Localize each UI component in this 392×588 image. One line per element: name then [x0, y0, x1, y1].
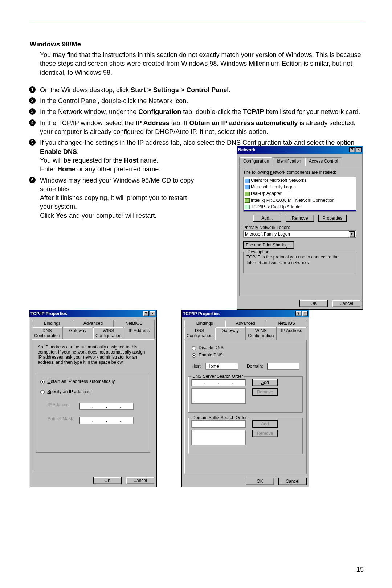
radio-icon	[192, 346, 196, 350]
radio-icon	[192, 353, 196, 358]
step-6: Windows may need your Windows 98/Me CD t…	[29, 176, 363, 220]
tab-ip-address[interactable]: IP Address	[276, 327, 307, 340]
add-button[interactable]: Add	[252, 379, 278, 386]
close-icon[interactable]: ×	[356, 147, 362, 152]
tab-advanced[interactable]: Advanced	[73, 320, 114, 327]
subnet-mask-label: Subnet Mask:	[48, 416, 78, 421]
help-icon[interactable]: ?	[295, 311, 301, 316]
add-button: Add	[252, 420, 278, 428]
tab-bindings[interactable]: Bindings	[32, 320, 73, 327]
description-legend: Description	[246, 249, 270, 255]
tcpip1-titlebar: TCP/IP Properties ? ×	[29, 310, 156, 317]
step-3: In the Network window, under the Configu…	[29, 107, 363, 116]
radio-icon	[40, 390, 45, 394]
subnet-mask-field: ...	[79, 417, 134, 424]
radio-icon	[40, 380, 45, 384]
cancel-button[interactable]: Cancel	[126, 477, 154, 484]
radio-enable-dns[interactable]: Enable DNS	[188, 352, 303, 358]
step-5: If you changed the settings in the IP ad…	[29, 138, 363, 173]
remove-button: Remove	[252, 388, 278, 396]
tab-dns-config[interactable]: DNS Configuration	[32, 327, 63, 339]
step-4: In the TCP/IP window, select the IP Addr…	[29, 119, 363, 136]
tab-configuration[interactable]: Configuration	[239, 157, 273, 166]
steps-list: On the Windows desktop, click Start > Se…	[29, 86, 363, 220]
radio-disable-dns[interactable]: Disable DNS	[188, 345, 303, 350]
network-titlebar: Network ? ×	[237, 146, 363, 154]
help-icon[interactable]: ?	[143, 311, 149, 316]
file-print-sharing-button[interactable]: File and Print Sharing...	[243, 241, 294, 249]
description-text: TCP/IP is the protocol you use to connec…	[246, 254, 353, 270]
tab-netbios[interactable]: NetBIOS	[266, 320, 307, 327]
suffix-field[interactable]	[191, 420, 246, 428]
tab-advanced[interactable]: Advanced	[225, 320, 266, 327]
help-icon[interactable]: ?	[349, 147, 355, 152]
tab-access-control[interactable]: Access Control	[305, 157, 342, 166]
cancel-button[interactable]: Cancel	[278, 478, 307, 485]
host-label: Host:	[192, 364, 202, 369]
ip-address-field: ...	[79, 403, 134, 410]
step-1: On the Windows desktop, click Start > Se…	[29, 86, 363, 94]
page-number: 15	[356, 566, 364, 573]
domain-field[interactable]	[267, 363, 299, 370]
primary-logon-label: Primary Network Logon:	[243, 225, 356, 230]
components-label: The following network components are ins…	[243, 170, 356, 175]
ok-button[interactable]: OK	[246, 478, 274, 485]
dns-search-order-group: DNS Server Search Order ... Add Remove	[188, 376, 303, 413]
tcpip2-title: TCP/IP Properties	[183, 311, 295, 316]
ip-desc: An IP address can be automatically assig…	[36, 343, 150, 370]
tab-bindings[interactable]: Bindings	[184, 320, 225, 327]
network-tabs: Configuration Identification Access Cont…	[239, 157, 360, 166]
description-group: Description TCP/IP is the protocol you u…	[243, 252, 356, 273]
ok-button[interactable]: OK	[299, 300, 328, 307]
radio-obtain-auto[interactable]: Obtain an IP address automatically	[40, 379, 146, 384]
dns-ip-field[interactable]: ...	[191, 379, 246, 386]
domain-label: Domain:	[247, 364, 263, 369]
dns-order-listbox[interactable]	[191, 388, 246, 404]
domain-suffix-group: Domain Suffix Search Order Add Remove	[188, 418, 303, 454]
cancel-button[interactable]: Cancel	[332, 300, 360, 307]
intro-paragraph: You may find that the instructions in th…	[29, 50, 363, 77]
tab-gateway[interactable]: Gateway	[62, 327, 94, 339]
section-heading: Windows 98/Me	[29, 40, 363, 48]
primary-logon-value: Microsoft Family Logon	[245, 231, 290, 237]
ok-button[interactable]: OK	[93, 477, 122, 484]
close-icon[interactable]: ×	[302, 311, 308, 316]
tab-identification[interactable]: Identification	[273, 157, 305, 166]
tcpip-ipaddress-dialog: TCP/IP Properties ? × Bindings Advanced …	[29, 310, 157, 487]
tcpip2-titlebar: TCP/IP Properties ? ×	[182, 310, 309, 317]
ip-address-label: IP Address:	[48, 402, 78, 407]
host-field[interactable]: Home	[205, 363, 238, 370]
chevron-down-icon[interactable]: ▼	[349, 231, 355, 237]
tcpip-dns-dialog: TCP/IP Properties ? × Bindings Advanced …	[181, 310, 309, 487]
primary-logon-dropdown[interactable]: Microsoft Family Logon ▼	[243, 230, 356, 238]
radio-specify[interactable]: Specify an IP address:	[40, 389, 146, 394]
tab-ip-address[interactable]: IP Address	[124, 327, 155, 339]
tab-dns-config[interactable]: DNS Configuration	[184, 327, 215, 340]
tab-wins-config[interactable]: WINS Configuration	[93, 327, 124, 339]
top-rule	[29, 22, 363, 22]
tcpip1-title: TCP/IP Properties	[30, 311, 142, 316]
network-title: Network	[238, 147, 348, 153]
network-dialog: Network ? × Configuration Identification…	[237, 146, 363, 310]
close-icon[interactable]: ×	[150, 311, 155, 316]
step-2: In the Control Panel, double-click the N…	[29, 97, 363, 105]
tab-gateway[interactable]: Gateway	[215, 327, 246, 340]
remove-button: Remove	[252, 430, 278, 437]
tab-wins-config[interactable]: WINS Configuration	[245, 327, 277, 340]
suffix-listbox[interactable]	[191, 430, 246, 445]
tab-netbios[interactable]: NetBIOS	[113, 320, 155, 327]
